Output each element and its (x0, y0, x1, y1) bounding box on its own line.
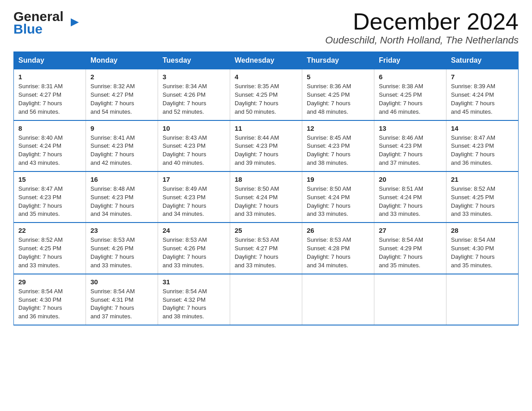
day-info: Sunrise: 8:54 AMSunset: 4:31 PMDaylight:… (90, 287, 153, 321)
day-number: 13 (379, 124, 442, 132)
day-number: 31 (163, 278, 225, 286)
day-number: 9 (90, 124, 153, 132)
calendar-cell: 25Sunrise: 8:53 AMSunset: 4:27 PMDayligh… (230, 223, 302, 274)
calendar-cell: 9Sunrise: 8:41 AMSunset: 4:23 PMDaylight… (86, 120, 158, 171)
calendar-week-row: 29Sunrise: 8:54 AMSunset: 4:30 PMDayligh… (14, 274, 519, 325)
calendar-cell: 18Sunrise: 8:50 AMSunset: 4:24 PMDayligh… (230, 171, 302, 223)
day-info: Sunrise: 8:49 AMSunset: 4:23 PMDaylight:… (163, 185, 225, 218)
day-number: 3 (163, 73, 225, 81)
calendar-cell: 19Sunrise: 8:50 AMSunset: 4:24 PMDayligh… (302, 171, 374, 223)
day-number: 30 (90, 278, 153, 286)
day-info: Sunrise: 8:36 AMSunset: 4:25 PMDaylight:… (307, 82, 369, 116)
logo-blue: Blue (13, 22, 43, 36)
day-info: Sunrise: 8:48 AMSunset: 4:23 PMDaylight:… (90, 185, 153, 218)
calendar-cell: 24Sunrise: 8:53 AMSunset: 4:26 PMDayligh… (158, 223, 230, 274)
day-number: 5 (307, 73, 369, 81)
day-info: Sunrise: 8:53 AMSunset: 4:27 PMDaylight:… (235, 236, 297, 270)
day-info: Sunrise: 8:54 AMSunset: 4:29 PMDaylight:… (379, 236, 442, 270)
day-number: 21 (451, 176, 514, 183)
calendar-cell: 17Sunrise: 8:49 AMSunset: 4:23 PMDayligh… (158, 171, 230, 223)
calendar-cell: 10Sunrise: 8:43 AMSunset: 4:23 PMDayligh… (158, 120, 230, 171)
calendar-cell: 31Sunrise: 8:54 AMSunset: 4:32 PMDayligh… (158, 274, 230, 325)
day-info: Sunrise: 8:40 AMSunset: 4:24 PMDaylight:… (18, 134, 81, 167)
calendar-cell (446, 274, 519, 325)
day-number: 18 (235, 176, 297, 183)
day-number: 1 (18, 73, 81, 81)
calendar-cell: 27Sunrise: 8:54 AMSunset: 4:29 PMDayligh… (374, 223, 446, 274)
day-info: Sunrise: 8:31 AMSunset: 4:27 PMDaylight:… (18, 82, 81, 116)
day-info: Sunrise: 8:50 AMSunset: 4:24 PMDaylight:… (235, 185, 297, 218)
day-info: Sunrise: 8:34 AMSunset: 4:26 PMDaylight:… (163, 82, 225, 116)
calendar-week-row: 15Sunrise: 8:47 AMSunset: 4:23 PMDayligh… (14, 171, 519, 223)
calendar-cell: 2Sunrise: 8:32 AMSunset: 4:27 PMDaylight… (86, 69, 158, 120)
day-number: 27 (379, 227, 442, 234)
weekday-header-saturday: Saturday (446, 52, 519, 69)
calendar-week-row: 8Sunrise: 8:40 AMSunset: 4:24 PMDaylight… (14, 120, 519, 171)
calendar-cell: 21Sunrise: 8:52 AMSunset: 4:25 PMDayligh… (446, 171, 519, 223)
day-number: 16 (90, 176, 153, 183)
weekday-header-thursday: Thursday (302, 52, 374, 69)
calendar-week-row: 1Sunrise: 8:31 AMSunset: 4:27 PMDaylight… (14, 69, 519, 120)
weekday-header-friday: Friday (374, 52, 446, 69)
calendar-cell: 8Sunrise: 8:40 AMSunset: 4:24 PMDaylight… (14, 120, 86, 171)
calendar-cell (302, 274, 374, 325)
calendar-cell: 7Sunrise: 8:39 AMSunset: 4:24 PMDaylight… (446, 69, 519, 120)
day-info: Sunrise: 8:52 AMSunset: 4:25 PMDaylight:… (18, 236, 81, 270)
location-title: Oudeschild, North Holland, The Netherlan… (325, 34, 519, 46)
day-number: 28 (451, 227, 514, 234)
calendar-cell: 11Sunrise: 8:44 AMSunset: 4:23 PMDayligh… (230, 120, 302, 171)
calendar-week-row: 22Sunrise: 8:52 AMSunset: 4:25 PMDayligh… (14, 223, 519, 274)
title-block: December 2024 Oudeschild, North Holland,… (325, 9, 519, 46)
day-number: 11 (235, 124, 297, 132)
day-info: Sunrise: 8:32 AMSunset: 4:27 PMDaylight:… (90, 82, 153, 116)
day-number: 22 (18, 227, 81, 234)
day-number: 25 (235, 227, 297, 234)
day-info: Sunrise: 8:54 AMSunset: 4:30 PMDaylight:… (18, 287, 81, 321)
weekday-header-wednesday: Wednesday (230, 52, 302, 69)
weekday-header-monday: Monday (86, 52, 158, 69)
day-number: 23 (90, 227, 153, 234)
day-info: Sunrise: 8:53 AMSunset: 4:26 PMDaylight:… (90, 236, 153, 270)
weekday-header-sunday: Sunday (14, 52, 86, 69)
calendar-table: SundayMondayTuesdayWednesdayThursdayFrid… (13, 51, 519, 325)
day-info: Sunrise: 8:47 AMSunset: 4:23 PMDaylight:… (18, 185, 81, 218)
day-info: Sunrise: 8:39 AMSunset: 4:24 PMDaylight:… (451, 82, 514, 116)
day-number: 10 (163, 124, 225, 132)
day-info: Sunrise: 8:47 AMSunset: 4:23 PMDaylight:… (451, 134, 514, 167)
weekday-header-tuesday: Tuesday (158, 52, 230, 69)
logo: General Blue (13, 9, 70, 36)
day-info: Sunrise: 8:53 AMSunset: 4:26 PMDaylight:… (163, 236, 225, 270)
calendar-cell: 29Sunrise: 8:54 AMSunset: 4:30 PMDayligh… (14, 274, 86, 325)
month-title: December 2024 (325, 9, 519, 34)
day-info: Sunrise: 8:51 AMSunset: 4:24 PMDaylight:… (379, 185, 442, 218)
day-info: Sunrise: 8:44 AMSunset: 4:23 PMDaylight:… (235, 134, 297, 167)
calendar-cell: 14Sunrise: 8:47 AMSunset: 4:23 PMDayligh… (446, 120, 519, 171)
page-header: General Blue December 2024 Oudeschild, N… (13, 9, 519, 46)
day-number: 12 (307, 124, 369, 132)
calendar-cell: 22Sunrise: 8:52 AMSunset: 4:25 PMDayligh… (14, 223, 86, 274)
calendar-cell: 15Sunrise: 8:47 AMSunset: 4:23 PMDayligh… (14, 171, 86, 223)
day-number: 2 (90, 73, 153, 81)
day-number: 7 (451, 73, 514, 81)
day-number: 20 (379, 176, 442, 183)
day-number: 26 (307, 227, 369, 234)
svg-marker-0 (71, 18, 79, 26)
calendar-cell: 12Sunrise: 8:45 AMSunset: 4:23 PMDayligh… (302, 120, 374, 171)
day-info: Sunrise: 8:45 AMSunset: 4:23 PMDaylight:… (307, 134, 369, 167)
day-info: Sunrise: 8:50 AMSunset: 4:24 PMDaylight:… (307, 185, 369, 218)
day-number: 19 (307, 176, 369, 183)
calendar-cell: 4Sunrise: 8:35 AMSunset: 4:25 PMDaylight… (230, 69, 302, 120)
day-number: 15 (18, 176, 81, 183)
weekday-header-row: SundayMondayTuesdayWednesdayThursdayFrid… (14, 52, 519, 69)
calendar-cell: 16Sunrise: 8:48 AMSunset: 4:23 PMDayligh… (86, 171, 158, 223)
calendar-cell: 3Sunrise: 8:34 AMSunset: 4:26 PMDaylight… (158, 69, 230, 120)
day-info: Sunrise: 8:54 AMSunset: 4:30 PMDaylight:… (451, 236, 514, 270)
day-number: 8 (18, 124, 81, 132)
day-info: Sunrise: 8:41 AMSunset: 4:23 PMDaylight:… (90, 134, 153, 167)
day-info: Sunrise: 8:35 AMSunset: 4:25 PMDaylight:… (235, 82, 297, 116)
calendar-cell: 6Sunrise: 8:38 AMSunset: 4:25 PMDaylight… (374, 69, 446, 120)
calendar-cell: 13Sunrise: 8:46 AMSunset: 4:23 PMDayligh… (374, 120, 446, 171)
day-number: 4 (235, 73, 297, 81)
calendar-cell: 28Sunrise: 8:54 AMSunset: 4:30 PMDayligh… (446, 223, 519, 274)
day-number: 14 (451, 124, 514, 132)
